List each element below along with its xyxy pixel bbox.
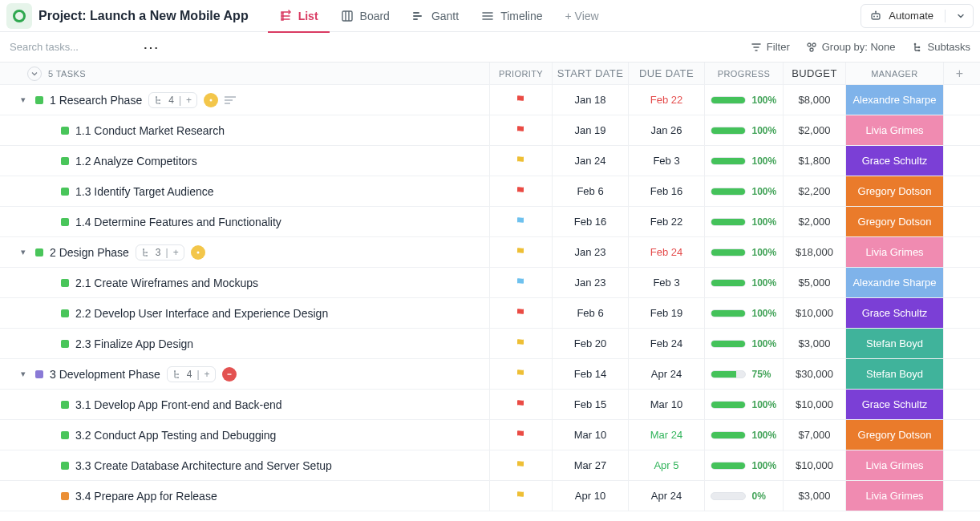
progress-cell[interactable]: 100% xyxy=(704,146,783,176)
due-date-cell[interactable]: Mar 24 xyxy=(628,420,704,450)
priority-cell[interactable] xyxy=(489,237,552,267)
progress-cell[interactable]: 0% xyxy=(704,481,783,511)
more-button[interactable]: ⋯ xyxy=(143,39,159,55)
progress-cell[interactable]: 100% xyxy=(704,450,783,480)
table-row[interactable]: 2.2 Develop User Interface and Experienc… xyxy=(0,298,980,329)
manager-cell[interactable]: Livia Grimes xyxy=(845,115,943,145)
manager-cell[interactable]: Livia Grimes xyxy=(845,481,943,511)
table-row[interactable]: ▾ 3 Development Phase 4 |+ Feb 14 Apr 24… xyxy=(0,359,980,390)
due-date-cell[interactable]: Mar 10 xyxy=(628,390,704,419)
priority-cell[interactable] xyxy=(489,115,552,145)
due-date-cell[interactable]: Feb 22 xyxy=(628,85,704,115)
budget-cell[interactable]: $2,000 xyxy=(783,115,845,145)
manager-cell[interactable]: Stefan Boyd xyxy=(845,359,943,389)
budget-cell[interactable]: $3,000 xyxy=(783,481,845,511)
progress-cell[interactable]: 100% xyxy=(704,207,783,236)
row-caret[interactable]: ▾ xyxy=(21,95,29,105)
priority-cell[interactable] xyxy=(489,176,552,206)
budget-cell[interactable]: $10,000 xyxy=(783,450,845,480)
start-date-cell[interactable]: Apr 10 xyxy=(552,481,628,511)
manager-cell[interactable]: Gregory Dotson xyxy=(845,176,943,206)
progress-cell[interactable]: 100% xyxy=(704,268,783,297)
priority-cell[interactable] xyxy=(489,481,552,511)
table-row[interactable]: 1.1 Conduct Market Research Jan 19 Jan 2… xyxy=(0,115,980,146)
table-row[interactable]: 1.3 Identify Target Audience Feb 6 Feb 1… xyxy=(0,176,980,207)
due-date-cell[interactable]: Feb 16 xyxy=(628,176,704,206)
due-date-cell[interactable]: Feb 22 xyxy=(628,207,704,236)
progress-cell[interactable]: 100% xyxy=(704,115,783,145)
manager-cell[interactable]: Grace Schultz xyxy=(845,390,943,419)
add-view-button[interactable]: + View xyxy=(554,0,610,32)
priority-cell[interactable] xyxy=(489,390,552,419)
progress-cell[interactable]: 100% xyxy=(704,329,783,358)
manager-cell[interactable]: Gregory Dotson xyxy=(845,420,943,450)
budget-cell[interactable]: $30,000 xyxy=(783,359,845,389)
budget-cell[interactable]: $10,000 xyxy=(783,298,845,328)
manager-cell[interactable]: Stefan Boyd xyxy=(845,329,943,358)
table-row[interactable]: ▾ 1 Research Phase 4 |+ Jan 18 Feb 22 10… xyxy=(0,85,980,115)
table-row[interactable]: 3.3 Create Database Architecture and Ser… xyxy=(0,450,980,481)
progress-cell[interactable]: 100% xyxy=(704,176,783,206)
view-timeline[interactable]: Timeline xyxy=(470,0,553,32)
status-circle-icon[interactable] xyxy=(191,245,205,260)
start-date-cell[interactable]: Feb 14 xyxy=(552,359,628,389)
collapse-all-button[interactable] xyxy=(27,67,42,81)
start-date-cell[interactable]: Mar 10 xyxy=(552,420,628,450)
priority-cell[interactable] xyxy=(489,268,552,297)
budget-cell[interactable]: $7,000 xyxy=(783,420,845,450)
add-subtask-button[interactable]: + xyxy=(173,247,179,258)
priority-cell[interactable] xyxy=(489,298,552,328)
table-row[interactable]: 1.2 Analyze Competitors Jan 24 Feb 3 100… xyxy=(0,146,980,176)
budget-cell[interactable]: $10,000 xyxy=(783,390,845,419)
view-list[interactable]: List xyxy=(268,0,330,32)
filter-button[interactable]: Filter xyxy=(751,41,790,53)
priority-cell[interactable] xyxy=(489,420,552,450)
due-date-cell[interactable]: Jan 26 xyxy=(628,115,704,145)
subtask-count-badge[interactable]: 3 |+ xyxy=(136,244,184,260)
progress-cell[interactable]: 100% xyxy=(704,298,783,328)
table-row[interactable]: 3.4 Prepare App for Release Apr 10 Apr 2… xyxy=(0,481,980,511)
progress-cell[interactable]: 100% xyxy=(704,237,783,267)
priority-cell[interactable] xyxy=(489,359,552,389)
manager-cell[interactable]: Gregory Dotson xyxy=(845,207,943,236)
budget-cell[interactable]: $5,000 xyxy=(783,268,845,297)
status-circle-icon[interactable] xyxy=(222,367,237,382)
start-date-cell[interactable]: Jan 23 xyxy=(552,268,628,297)
start-date-cell[interactable]: Feb 6 xyxy=(552,298,628,328)
manager-cell[interactable]: Livia Grimes xyxy=(845,450,943,480)
due-date-cell[interactable]: Feb 3 xyxy=(628,268,704,297)
priority-cell[interactable] xyxy=(489,207,552,236)
start-date-cell[interactable]: Jan 23 xyxy=(552,237,628,267)
start-date-cell[interactable]: Jan 19 xyxy=(552,115,628,145)
manager-cell[interactable]: Grace Schultz xyxy=(845,146,943,176)
view-gantt[interactable]: Gantt xyxy=(401,0,470,32)
budget-cell[interactable]: $1,800 xyxy=(783,146,845,176)
manager-cell[interactable]: Grace Schultz xyxy=(845,298,943,328)
row-caret[interactable]: ▾ xyxy=(21,369,29,379)
subtask-count-badge[interactable]: 4 |+ xyxy=(167,366,216,382)
row-caret[interactable]: ▾ xyxy=(21,247,29,257)
start-date-cell[interactable]: Feb 15 xyxy=(552,390,628,419)
due-date-cell[interactable]: Feb 24 xyxy=(628,237,704,267)
manager-cell[interactable]: Livia Grimes xyxy=(845,237,943,267)
priority-cell[interactable] xyxy=(489,329,552,358)
budget-cell[interactable]: $3,000 xyxy=(783,329,845,358)
budget-cell[interactable]: $18,000 xyxy=(783,237,845,267)
budget-cell[interactable]: $8,000 xyxy=(783,85,845,115)
search-input[interactable] xyxy=(10,41,122,53)
start-date-cell[interactable]: Feb 6 xyxy=(552,176,628,206)
start-date-cell[interactable]: Feb 16 xyxy=(552,207,628,236)
table-row[interactable]: 2.1 Create Wireframes and Mockups Jan 23… xyxy=(0,268,980,298)
progress-cell[interactable]: 100% xyxy=(704,390,783,419)
due-date-cell[interactable]: Feb 24 xyxy=(628,329,704,358)
start-date-cell[interactable]: Mar 27 xyxy=(552,450,628,480)
budget-cell[interactable]: $2,000 xyxy=(783,207,845,236)
subtasks-button[interactable]: Subtasks xyxy=(912,41,970,53)
status-circle-icon[interactable] xyxy=(204,93,218,107)
priority-cell[interactable] xyxy=(489,85,552,115)
add-subtask-button[interactable]: + xyxy=(205,369,210,380)
start-date-cell[interactable]: Feb 20 xyxy=(552,329,628,358)
priority-cell[interactable] xyxy=(489,450,552,480)
add-column-button[interactable]: + xyxy=(943,63,975,84)
progress-cell[interactable]: 100% xyxy=(704,85,783,115)
